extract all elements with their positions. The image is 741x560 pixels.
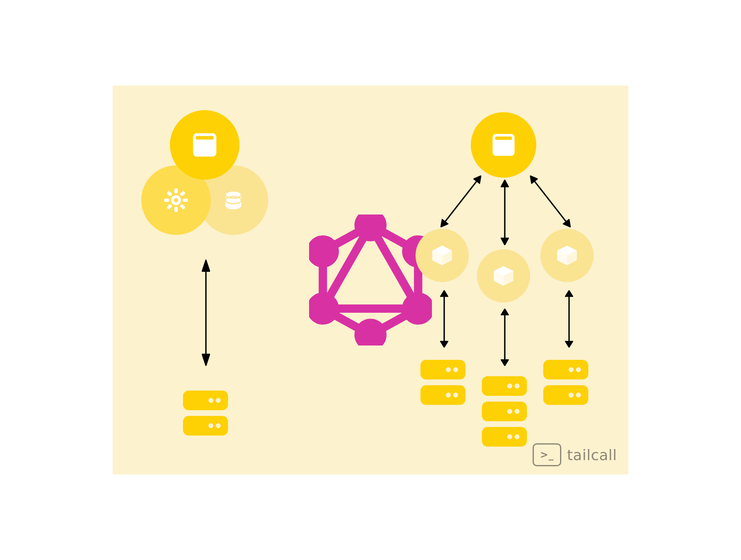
service-a-to-server-arrow bbox=[440, 290, 448, 348]
cube-icon bbox=[429, 242, 455, 269]
server-icon bbox=[482, 376, 527, 396]
service-a-node bbox=[416, 229, 469, 282]
cube-icon bbox=[554, 242, 580, 269]
brand-logo-icon: >_ bbox=[533, 443, 561, 466]
root-to-service-b-arrow bbox=[501, 180, 509, 245]
service-a-server-stack bbox=[420, 360, 465, 411]
monolith-ui-node bbox=[170, 110, 239, 180]
monolith-server-stack bbox=[183, 391, 228, 441]
server-icon bbox=[543, 385, 588, 405]
service-c-to-server-arrow bbox=[565, 290, 573, 348]
server-icon bbox=[420, 385, 465, 405]
architecture-diagram: >_ tailcall bbox=[113, 86, 628, 474]
brand-symbol: >_ bbox=[540, 449, 554, 461]
root-to-service-a-arrow bbox=[438, 173, 484, 230]
cube-icon bbox=[490, 263, 517, 289]
monolith-to-server-arrow bbox=[202, 260, 210, 366]
server-icon bbox=[183, 416, 228, 436]
database-icon bbox=[221, 187, 246, 213]
service-c-server-stack bbox=[543, 360, 588, 411]
browser ticon bbox=[490, 131, 517, 158]
gear-icon bbox=[163, 187, 190, 214]
brand-watermark: >_ tailcall bbox=[533, 443, 617, 466]
microservice-root-ui-node bbox=[471, 112, 536, 178]
root-to-service-c-arrow bbox=[527, 173, 574, 230]
graphql-icon bbox=[309, 215, 432, 345]
server-icon bbox=[183, 391, 228, 410]
server-icon bbox=[482, 427, 527, 447]
brand-name: tailcall bbox=[567, 447, 617, 463]
server-icon bbox=[482, 402, 527, 421]
service-b-to-server-arrow bbox=[501, 309, 509, 366]
graphql-logo bbox=[309, 215, 432, 345]
browser-icon bbox=[190, 131, 219, 159]
service-b-node bbox=[477, 249, 530, 303]
server-icon bbox=[543, 360, 588, 379]
server-icon bbox=[420, 360, 465, 379]
service-c-node bbox=[540, 229, 594, 282]
service-b-server-stack bbox=[482, 376, 527, 452]
